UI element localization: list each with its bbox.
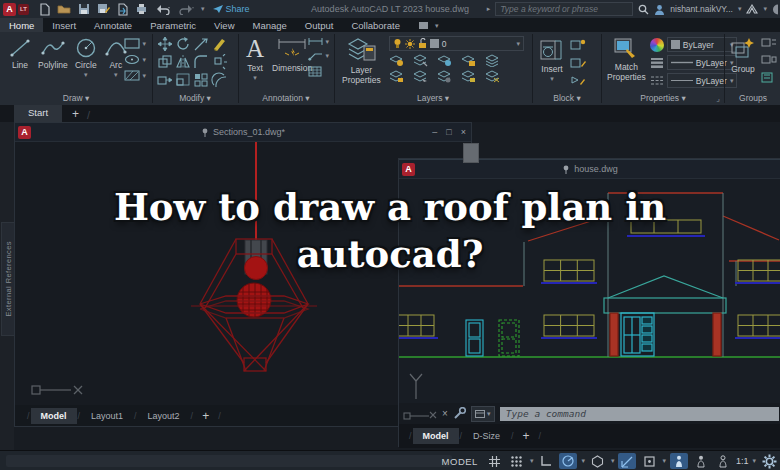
properties-panel-label[interactable]: Properties ▾ ⌟ xyxy=(603,93,723,103)
color-wheel-icon[interactable] xyxy=(650,38,664,52)
search-input[interactable] xyxy=(495,2,633,16)
tab-manage[interactable]: Manage xyxy=(244,18,296,32)
object-snap-caret-icon[interactable]: ▾ xyxy=(662,457,666,465)
user-menu-caret-icon[interactable]: ▾ xyxy=(738,5,742,13)
window-maximize-button[interactable]: □ xyxy=(446,127,451,137)
tab-annotate[interactable]: Annotate xyxy=(85,18,141,32)
sections-layout1-tab[interactable]: Layout1 xyxy=(81,408,133,424)
autoscale-toggle-icon[interactable] xyxy=(692,453,710,469)
object-snap-toggle-icon[interactable] xyxy=(640,453,658,469)
layer-isolate-tool[interactable] xyxy=(389,54,404,67)
layer-select[interactable]: 0 ▾ xyxy=(389,36,524,51)
sections-new-layout-button[interactable]: + xyxy=(194,409,217,423)
ellipse-tool[interactable]: ▾ xyxy=(124,54,146,65)
circle-caret-icon[interactable]: ▾ xyxy=(84,71,88,79)
block-attributes-tool[interactable] xyxy=(570,75,586,87)
erase-tool[interactable] xyxy=(211,36,229,54)
group-edit-tool[interactable] xyxy=(761,55,777,67)
tab-collaborate[interactable]: Collaborate xyxy=(342,18,409,32)
customize-wrench-icon[interactable] xyxy=(453,407,466,420)
autodesk-account-icon[interactable] xyxy=(746,4,758,14)
array-tool[interactable] xyxy=(193,72,211,90)
table-tool[interactable] xyxy=(308,66,329,77)
user-avatar-icon[interactable] xyxy=(654,4,665,15)
layer-lock-fade-tool[interactable] xyxy=(461,70,476,83)
circle-tool[interactable]: Circle ▾ xyxy=(74,37,98,79)
group-selectable-tool[interactable] xyxy=(761,72,777,84)
modify-panel-label[interactable]: Modify ▾ xyxy=(154,93,236,103)
tab-insert[interactable]: Insert xyxy=(43,18,85,32)
save-as-icon[interactable] xyxy=(97,3,110,15)
annotation-visibility-toggle-icon[interactable] xyxy=(670,453,688,469)
edit-block-tool[interactable] xyxy=(570,57,586,69)
copy-tool[interactable] xyxy=(157,54,175,72)
layer-match-tool[interactable] xyxy=(485,54,500,67)
open-folder-icon[interactable] xyxy=(57,3,71,15)
insert-block-button[interactable]: Insert ▾ xyxy=(539,37,565,87)
polar-caret-icon[interactable]: ▾ xyxy=(581,457,585,465)
arc-caret-icon[interactable]: ▾ xyxy=(114,71,118,79)
account-caret-icon[interactable]: ▾ xyxy=(763,5,767,13)
search-icon[interactable] xyxy=(638,4,649,15)
draw-panel-label[interactable]: Draw ▾ xyxy=(2,93,150,103)
house-window-title-bar[interactable]: A house.dwg xyxy=(399,159,780,179)
window-close-button[interactable]: × xyxy=(461,127,466,137)
object-snap-tracking-toggle-icon[interactable] xyxy=(618,453,636,469)
insert-caret-icon[interactable]: ▾ xyxy=(550,75,554,83)
house-canvas[interactable] xyxy=(399,179,780,403)
window-minimize-button[interactable]: – xyxy=(432,127,437,137)
grid-display-toggle-icon[interactable] xyxy=(486,453,504,469)
leader-tool[interactable]: ▾ xyxy=(308,51,329,61)
group-button[interactable]: Group xyxy=(730,37,756,84)
layer-make-current-tool[interactable] xyxy=(389,70,404,83)
text-tool[interactable]: A Text ▾ xyxy=(246,36,264,82)
ribbon-overflow-button[interactable]: ▾ xyxy=(409,18,448,32)
tab-home[interactable]: Home xyxy=(0,18,43,32)
rectangle-tool[interactable]: ▾ xyxy=(124,38,146,49)
share-button[interactable]: Share xyxy=(212,4,250,14)
sections-scrollbar-thumb[interactable] xyxy=(463,143,479,163)
tab-output[interactable]: Output xyxy=(296,18,343,32)
customization-gear-icon[interactable] xyxy=(760,453,778,469)
create-block-tool[interactable] xyxy=(570,39,586,51)
hatch-tool[interactable]: ▾ xyxy=(124,70,146,81)
move-tool[interactable] xyxy=(157,36,175,54)
export-icon[interactable] xyxy=(117,3,128,16)
signed-in-user[interactable]: nishant.naikVY... xyxy=(670,4,733,14)
ungroup-tool[interactable] xyxy=(761,38,777,50)
tab-view[interactable]: View xyxy=(205,18,243,32)
text-caret-icon[interactable]: ▾ xyxy=(253,74,257,82)
isodraft-caret-icon[interactable]: ▾ xyxy=(611,457,615,465)
undo-icon[interactable] xyxy=(155,4,171,15)
annotation-scale-value[interactable]: 1:1 xyxy=(736,456,749,466)
snap-caret-icon[interactable]: ▾ xyxy=(530,457,534,465)
save-icon[interactable] xyxy=(78,3,90,15)
block-panel-label[interactable]: Block ▾ xyxy=(534,93,600,103)
annotation-scale-caret-icon[interactable]: ▾ xyxy=(752,457,756,465)
offset-tool[interactable] xyxy=(211,72,229,90)
house-new-layout-button[interactable]: + xyxy=(515,429,538,443)
linetype-icon[interactable] xyxy=(650,75,664,86)
line-tool[interactable]: Line xyxy=(8,37,32,79)
layer-unisolate-tool[interactable] xyxy=(413,54,428,67)
help-icon[interactable] xyxy=(772,4,778,15)
isodraft-toggle-icon[interactable] xyxy=(589,453,607,469)
start-file-tab[interactable]: Start xyxy=(14,105,62,122)
sections-layout2-tab[interactable]: Layout2 xyxy=(138,408,190,424)
redo-icon[interactable] xyxy=(178,4,194,15)
new-drawing-tab-button[interactable]: + xyxy=(72,107,79,122)
stretch-tool[interactable] xyxy=(157,72,175,90)
annotation-panel-label[interactable]: Annotation ▾ xyxy=(240,93,332,103)
new-file-icon[interactable] xyxy=(39,3,50,16)
command-input[interactable] xyxy=(500,408,779,419)
trim-tool[interactable] xyxy=(193,36,211,54)
search-expand-icon[interactable]: ▸ xyxy=(487,5,491,13)
annotation-scale-icon[interactable] xyxy=(714,453,732,469)
recent-commands-button[interactable]: ▾ xyxy=(471,406,495,422)
properties-dialog-launcher-icon[interactable]: ⌟ xyxy=(716,94,720,103)
ortho-mode-toggle-icon[interactable] xyxy=(537,453,555,469)
autocad-logo-icon[interactable]: A xyxy=(3,3,16,16)
snap-mode-toggle-icon[interactable] xyxy=(508,453,526,469)
sections-model-tab[interactable]: Model xyxy=(31,408,77,424)
layer-merge-tool[interactable] xyxy=(485,70,500,83)
